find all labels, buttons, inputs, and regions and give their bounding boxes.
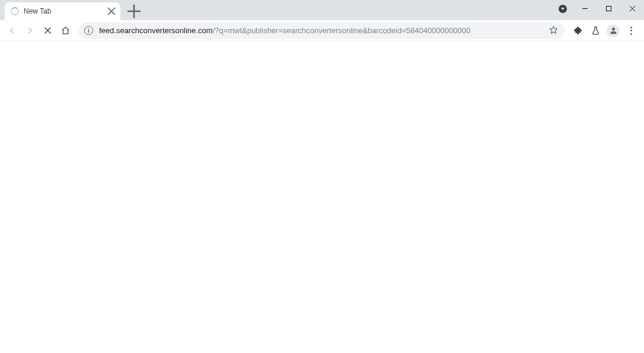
home-button[interactable] [57,23,74,39]
more-vert-icon [630,27,632,35]
tab-close-button[interactable] [107,7,116,15]
avatar-icon [607,24,620,37]
url-host: feed.searchconvertersonline.com [99,26,213,35]
title-bar: New Tab [0,0,644,20]
url-path: /?q=mwt&publisher=searchconvertersonline… [213,26,471,35]
maximize-button[interactable] [597,0,620,17]
url-text: feed.searchconvertersonline.com/?q=mwt&p… [99,26,470,35]
new-tab-button[interactable] [126,4,142,19]
tab-search-button[interactable] [559,5,567,13]
tab-title: New Tab [24,7,51,15]
bookmark-button[interactable] [544,25,559,37]
profile-button[interactable] [605,23,621,39]
site-info-icon[interactable]: i [84,26,93,35]
forward-button[interactable] [21,23,38,39]
close-window-button[interactable] [620,0,644,17]
minimize-button[interactable] [573,0,597,17]
extensions-button[interactable] [569,23,586,39]
stop-reload-button[interactable] [39,23,56,39]
menu-button[interactable] [623,23,639,39]
toolbar-right-icons [569,23,640,39]
page-content [0,41,644,353]
loading-spinner-icon [11,7,19,15]
address-bar[interactable]: i feed.searchconvertersonline.com/?q=mwt… [78,23,565,39]
labs-button[interactable] [587,23,604,39]
svg-point-1 [612,28,615,31]
toolbar: i feed.searchconvertersonline.com/?q=mwt… [0,20,644,41]
svg-rect-0 [606,6,611,11]
back-button[interactable] [4,23,20,39]
window-controls [573,0,644,17]
browser-tab[interactable]: New Tab [5,2,120,20]
